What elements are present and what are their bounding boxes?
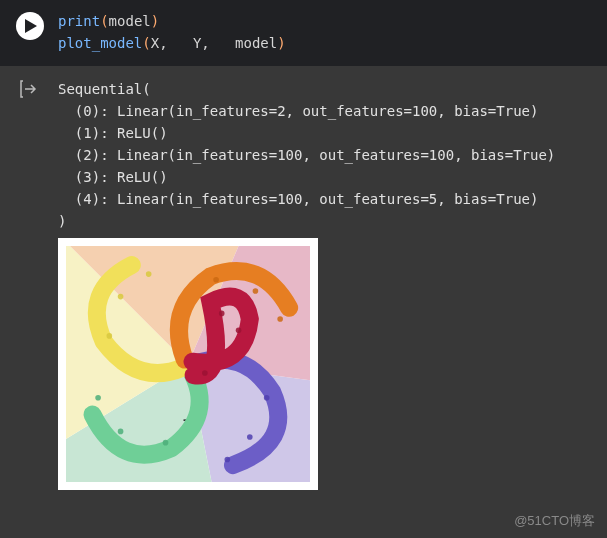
svg-point-16 — [213, 277, 219, 283]
svg-point-9 — [225, 457, 231, 463]
spiral-plot — [66, 246, 310, 482]
plot-output — [58, 238, 318, 490]
svg-point-19 — [236, 327, 242, 333]
svg-point-11 — [118, 429, 124, 435]
play-icon — [25, 19, 37, 33]
svg-point-18 — [277, 316, 283, 322]
output-icon[interactable] — [20, 80, 42, 101]
code-cell: print(model) plot_model(X, Y, model) — [0, 0, 607, 66]
svg-point-21 — [202, 370, 208, 376]
out-header: Sequential( — [58, 81, 151, 97]
svg-point-8 — [247, 434, 253, 440]
svg-point-10 — [163, 440, 169, 446]
output-text: Sequential( (0): Linear(in_features=2, o… — [58, 78, 555, 232]
out-line: (1): ReLU() — [58, 125, 168, 141]
output-cell: Sequential( (0): Linear(in_features=2, o… — [0, 66, 607, 232]
out-line: (3): ReLU() — [58, 169, 168, 185]
out-line: (2): Linear(in_features=100, out_feature… — [58, 147, 555, 163]
svg-point-7 — [264, 395, 270, 401]
svg-point-13 — [107, 333, 113, 339]
out-footer: ) — [58, 213, 66, 229]
svg-point-17 — [253, 288, 259, 294]
svg-marker-0 — [25, 19, 37, 33]
run-button[interactable] — [16, 12, 44, 40]
out-line: (0): Linear(in_features=2, out_features=… — [58, 103, 538, 119]
svg-point-20 — [219, 311, 225, 317]
code-fn-plotmodel: plot_model — [58, 35, 142, 51]
watermark: @51CTO博客 — [514, 512, 595, 530]
svg-point-14 — [118, 294, 124, 300]
svg-point-12 — [95, 395, 101, 401]
code-content[interactable]: print(model) plot_model(X, Y, model) — [58, 10, 286, 54]
svg-point-15 — [146, 271, 152, 277]
code-fn-print: print — [58, 13, 100, 29]
out-line: (4): Linear(in_features=100, out_feature… — [58, 191, 538, 207]
